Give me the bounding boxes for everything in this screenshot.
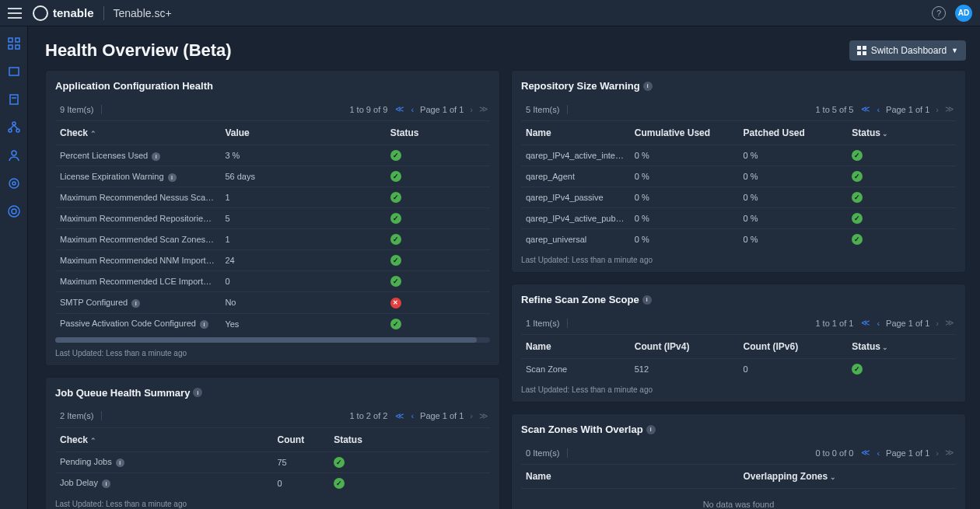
- col-count[interactable]: Count: [273, 428, 330, 452]
- table-row[interactable]: Maximum Recommended Scan Zones (100) i1: [55, 229, 490, 250]
- col-name[interactable]: Name: [521, 465, 739, 489]
- svg-rect-18: [863, 46, 866, 50]
- page-next-icon[interactable]: ›: [936, 319, 939, 328]
- col-count-ipv6[interactable]: Count (IPv6): [739, 335, 848, 359]
- status-ok-icon: [852, 234, 863, 245]
- card-title: Application Configuration Health: [55, 80, 213, 92]
- nav-assets-icon[interactable]: [8, 65, 20, 78]
- item-count: 1 Item(s): [526, 319, 568, 328]
- info-icon[interactable]: i: [193, 388, 202, 397]
- table-row[interactable]: qarep_IPv4_active_internal0 %0 %: [521, 145, 956, 166]
- page-header: Health Overview (Beta) Switch Dashboard …: [45, 40, 966, 61]
- nav-target-icon[interactable]: [8, 177, 20, 190]
- table-row[interactable]: Maximum Recommended Repositories (200) i…: [55, 208, 490, 229]
- table-row[interactable]: Maximum Recommended NNM Imports Per Da 2…: [55, 250, 490, 271]
- table-row[interactable]: qarep_Agent0 %0 %: [521, 166, 956, 187]
- table-row[interactable]: qarep_IPv4_passive0 %0 %: [521, 187, 956, 208]
- col-check[interactable]: Check: [55, 121, 220, 145]
- cell-patched: 0 %: [739, 145, 848, 166]
- col-overlapping[interactable]: Overlapping Zones: [739, 465, 957, 489]
- cell-status: [847, 229, 956, 250]
- nav-network-icon[interactable]: [8, 121, 20, 134]
- nav-user-icon[interactable]: [8, 149, 20, 162]
- switch-dashboard-button[interactable]: Switch Dashboard ▼: [849, 40, 966, 61]
- col-value[interactable]: Value: [220, 121, 385, 145]
- table-row[interactable]: SMTP Configured iNo: [55, 292, 490, 314]
- page-prev-icon[interactable]: ‹: [877, 448, 880, 458]
- info-icon[interactable]: i: [643, 82, 653, 91]
- pager: 0 Item(s) 0 to 0 of 0 ≪ ‹ Page 1 of 1 › …: [521, 443, 956, 465]
- nav-reports-icon[interactable]: [8, 93, 20, 106]
- info-icon[interactable]: i: [152, 152, 160, 161]
- page-next-icon[interactable]: ›: [470, 105, 473, 114]
- table-row[interactable]: qarep_IPv4_active_public_tar…0 %0 %: [521, 208, 956, 229]
- table-row[interactable]: Scan Zone5120: [521, 359, 956, 380]
- page-last-icon[interactable]: ≫: [945, 318, 954, 328]
- table-row[interactable]: Passive Activation Code Configured iYes: [55, 313, 490, 334]
- item-count: 5 Item(s): [526, 105, 568, 114]
- page-last-icon[interactable]: ≫: [945, 104, 954, 114]
- table-row[interactable]: Maximum Recommended Nessus Scanners (2 1: [55, 187, 490, 208]
- svg-rect-0: [9, 38, 12, 42]
- col-check[interactable]: Check: [55, 428, 273, 452]
- info-icon[interactable]: i: [131, 299, 140, 308]
- col-name[interactable]: Name: [521, 121, 630, 145]
- page-next-icon[interactable]: ›: [936, 448, 939, 458]
- col-status[interactable]: Status: [386, 121, 490, 145]
- page-prev-icon[interactable]: ‹: [877, 319, 880, 328]
- menu-toggle-icon[interactable]: [8, 8, 22, 19]
- page-prev-icon[interactable]: ‹: [411, 411, 414, 420]
- horizontal-scrollbar[interactable]: [55, 337, 490, 343]
- table-row[interactable]: qarep_universal0 %0 %: [521, 229, 956, 250]
- help-icon[interactable]: ?: [932, 6, 946, 20]
- page-first-icon[interactable]: ≪: [861, 448, 870, 458]
- table-row[interactable]: Pending Jobs i75: [55, 451, 490, 472]
- cell-patched: 0 %: [739, 187, 848, 208]
- page-prev-icon[interactable]: ‹: [877, 105, 880, 114]
- page-first-icon[interactable]: ≪: [861, 104, 870, 114]
- table-row[interactable]: Job Delay i0: [55, 472, 490, 493]
- svg-point-8: [9, 129, 12, 132]
- info-icon[interactable]: i: [102, 479, 110, 488]
- table-row[interactable]: Percent Licenses Used i3 %: [55, 145, 490, 166]
- col-name[interactable]: Name: [521, 335, 630, 359]
- svg-point-12: [12, 151, 16, 155]
- cell-check: Maximum Recommended Repositories (200) i: [55, 208, 220, 229]
- page-next-icon[interactable]: ›: [470, 411, 473, 420]
- info-icon[interactable]: i: [646, 425, 656, 434]
- status-ok-icon: [390, 213, 401, 224]
- main-content: Health Overview (Beta) Switch Dashboard …: [28, 26, 980, 509]
- info-icon[interactable]: i: [116, 458, 124, 467]
- cell-value: 56 days: [220, 166, 385, 187]
- page-first-icon[interactable]: ≪: [395, 104, 404, 114]
- nav-settings-icon[interactable]: [8, 205, 20, 218]
- page-last-icon[interactable]: ≫: [479, 411, 488, 421]
- page-prev-icon[interactable]: ‹: [411, 105, 414, 114]
- info-icon[interactable]: i: [642, 295, 652, 305]
- avatar[interactable]: AD: [955, 5, 972, 22]
- table-row[interactable]: Maximum Recommended LCE Imports Per Da 0: [55, 271, 490, 292]
- item-range: 1 to 5 of 5: [568, 105, 861, 114]
- table-row[interactable]: License Expiration Warning i56 days: [55, 166, 490, 187]
- col-count-ipv4[interactable]: Count (IPv4): [630, 335, 739, 359]
- status-ok-icon: [334, 457, 345, 468]
- col-patched[interactable]: Patched Used: [739, 121, 848, 145]
- page-first-icon[interactable]: ≪: [395, 411, 404, 421]
- col-status[interactable]: Status: [847, 121, 956, 145]
- info-icon[interactable]: i: [168, 173, 177, 182]
- svg-rect-17: [857, 46, 861, 50]
- item-range: 1 to 9 of 9: [102, 105, 395, 114]
- col-status[interactable]: Status: [329, 428, 490, 452]
- nav-dashboard-icon[interactable]: [8, 37, 20, 50]
- col-status[interactable]: Status: [847, 335, 956, 359]
- cell-status: [329, 472, 490, 493]
- page-last-icon[interactable]: ≫: [945, 448, 954, 458]
- page-last-icon[interactable]: ≫: [479, 104, 488, 114]
- topbar: tenable Tenable.sc+ ? AD: [0, 0, 980, 26]
- info-icon[interactable]: i: [200, 320, 208, 329]
- item-range: 1 to 1 of 1: [568, 319, 861, 328]
- page-next-icon[interactable]: ›: [936, 105, 939, 114]
- status-ok-icon: [334, 478, 345, 489]
- page-first-icon[interactable]: ≪: [861, 318, 870, 328]
- col-cumulative[interactable]: Cumulative Used: [630, 121, 739, 145]
